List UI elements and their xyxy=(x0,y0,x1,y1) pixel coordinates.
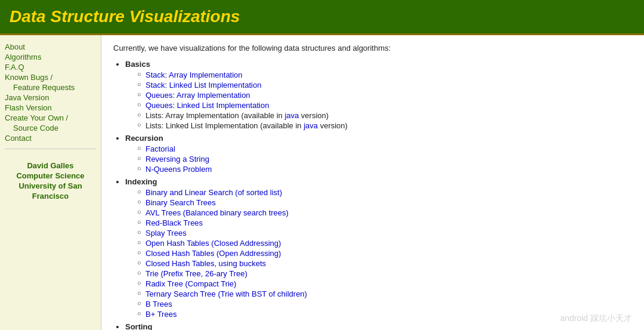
list-item: Splay Trees xyxy=(137,229,632,238)
link-closed-hash[interactable]: Closed Hash Tables (Open Addressing) xyxy=(145,249,281,258)
list-item: Closed Hash Tables (Open Addressing) xyxy=(137,249,632,258)
link-splay[interactable]: Splay Trees xyxy=(145,229,187,238)
link-stack-linked[interactable]: Stack: Linked List Implementation xyxy=(145,81,261,90)
list-item: Stack: Array Implementation xyxy=(137,70,632,79)
list-item: Lists: Array Implementation (available i… xyxy=(137,111,632,120)
link-bplus[interactable]: B+ Trees xyxy=(145,310,177,319)
link-bst[interactable]: Binary Search Trees xyxy=(145,198,216,207)
list-item: Stack: Linked List Implementation xyxy=(137,81,632,90)
indexing-list: Binary and Linear Search (of sorted list… xyxy=(125,188,632,319)
section-sorting: Sorting Comparison Sorting Bubble Sort S… xyxy=(125,322,632,330)
link-btrees[interactable]: B Trees xyxy=(145,300,172,309)
sidebar-item-contact[interactable]: Contact xyxy=(5,134,96,143)
link-queues-linked[interactable]: Queues: Linked List Implementation xyxy=(145,101,269,110)
list-item: Queues: Linked List Implementation xyxy=(137,101,632,110)
main-content: Currently, we have visualizations for th… xyxy=(101,35,644,330)
list-item: Ternary Search Tree (Trie with BST of ch… xyxy=(137,289,632,298)
list-item: Factorial xyxy=(137,144,632,153)
recursion-list: Factorial Reversing a String N-Queens Pr… xyxy=(125,144,632,174)
list-item: Closed Hash Tables, using buckets xyxy=(137,259,632,268)
list-item: Queues: Array Implementation xyxy=(137,91,632,100)
sidebar: About Algorithms F.A.Q Known Bugs / Feat… xyxy=(0,35,101,330)
sidebar-credit: David Galles Computer Science University… xyxy=(5,161,96,201)
link-reversing-string[interactable]: Reversing a String xyxy=(145,155,209,164)
list-item: Lists: Linked List Implementation (avail… xyxy=(137,121,632,130)
sidebar-divider xyxy=(5,149,96,149)
link-avl[interactable]: AVL Trees (Balanced binary search trees) xyxy=(145,208,289,217)
link-ternary[interactable]: Ternary Search Tree (Trie with BST of ch… xyxy=(145,289,307,298)
section-basics: Basics Stack: Array Implementation Stack… xyxy=(125,60,632,130)
sidebar-item-featurerequests[interactable]: Feature Requests xyxy=(5,83,96,92)
credit-dept: Computer Science xyxy=(5,171,96,180)
basics-list: Stack: Array Implementation Stack: Linke… xyxy=(125,70,632,130)
section-recursion: Recursion Factorial Reversing a String N… xyxy=(125,134,632,174)
link-stack-array[interactable]: Stack: Array Implementation xyxy=(145,70,243,79)
top-list: Basics Stack: Array Implementation Stack… xyxy=(113,60,632,330)
link-closed-hash-buckets[interactable]: Closed Hash Tables, using buckets xyxy=(145,259,266,268)
list-item: Open Hash Tables (Closed Addressing) xyxy=(137,239,632,248)
link-radix[interactable]: Radix Tree (Compact Trie) xyxy=(145,279,236,288)
list-item: Trie (Prefix Tree, 26-ary Tree) xyxy=(137,269,632,278)
list-item: Red-Black Trees xyxy=(137,218,632,227)
list-item: Binary Search Trees xyxy=(137,198,632,207)
list-item: Reversing a String xyxy=(137,155,632,164)
link-open-hash[interactable]: Open Hash Tables (Closed Addressing) xyxy=(145,239,281,248)
sidebar-item-about[interactable]: About xyxy=(5,42,96,51)
list-item: Binary and Linear Search (of sorted list… xyxy=(137,188,632,197)
section-indexing-label: Indexing xyxy=(125,177,157,186)
link-factorial[interactable]: Factorial xyxy=(145,144,175,153)
sidebar-item-faq[interactable]: F.A.Q xyxy=(5,63,96,72)
java-link-1: java xyxy=(284,111,299,120)
layout: About Algorithms F.A.Q Known Bugs / Feat… xyxy=(0,35,644,330)
credit-uni: University of San xyxy=(5,181,96,190)
link-nqueens[interactable]: N-Queens Problem xyxy=(145,165,212,174)
intro-text: Currently, we have visualizations for th… xyxy=(113,44,632,53)
link-binary-linear-search[interactable]: Binary and Linear Search (of sorted list… xyxy=(145,188,282,197)
sidebar-item-sourcecode[interactable]: Source Code xyxy=(5,124,96,132)
section-indexing: Indexing Binary and Linear Search (of so… xyxy=(125,177,632,319)
list-item: AVL Trees (Balanced binary search trees) xyxy=(137,208,632,217)
credit-name: David Galles xyxy=(5,161,96,170)
section-sorting-label: Sorting xyxy=(125,322,153,330)
link-trie[interactable]: Trie (Prefix Tree, 26-ary Tree) xyxy=(145,269,247,278)
sidebar-item-createyourown[interactable]: Create Your Own / xyxy=(5,113,96,122)
credit-city: Francisco xyxy=(5,192,96,201)
sidebar-item-flashversion[interactable]: Flash Version xyxy=(5,103,96,112)
java-link-2: java xyxy=(304,121,318,130)
list-item: Radix Tree (Compact Trie) xyxy=(137,279,632,288)
sidebar-item-knownbugs[interactable]: Known Bugs / xyxy=(5,73,96,82)
header: Data Structure Visualizations xyxy=(0,0,644,35)
link-queues-array[interactable]: Queues: Array Implementation xyxy=(145,91,250,100)
section-recursion-label: Recursion xyxy=(125,134,163,143)
list-item: N-Queens Problem xyxy=(137,165,632,174)
page-title: Data Structure Visualizations xyxy=(10,7,634,26)
sidebar-item-algorithms[interactable]: Algorithms xyxy=(5,53,96,61)
sidebar-item-javaversion[interactable]: Java Version xyxy=(5,93,96,102)
link-redblack[interactable]: Red-Black Trees xyxy=(145,218,203,227)
sidebar-nav: About Algorithms F.A.Q Known Bugs / Feat… xyxy=(5,42,96,143)
section-basics-label: Basics xyxy=(125,60,150,69)
list-item: B Trees xyxy=(137,300,632,309)
list-item: B+ Trees xyxy=(137,310,632,319)
